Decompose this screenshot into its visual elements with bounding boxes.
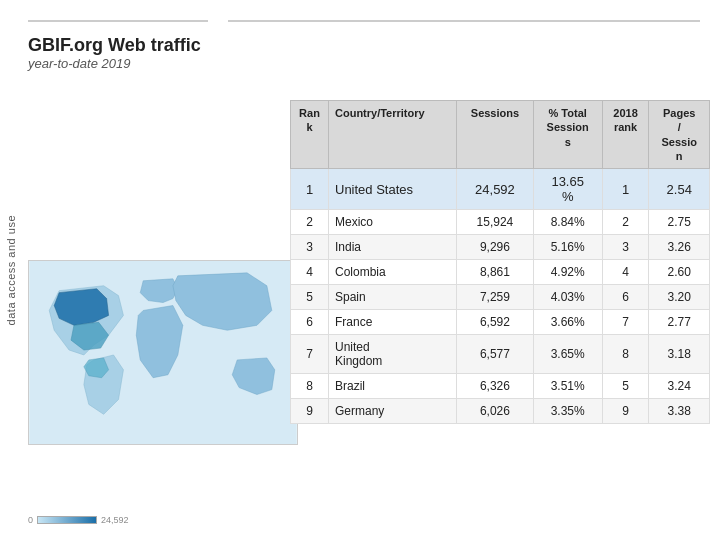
cell-pages-session: 2.60 [649,260,710,285]
cell-pages-session: 3.26 [649,235,710,260]
cell-sessions: 15,924 [457,210,534,235]
cell-rank: 5 [291,285,329,310]
cell-2018-rank: 7 [602,310,649,335]
cell-country: Spain [329,285,457,310]
table-row: 6France6,5923.66%72.77 [291,310,710,335]
cell-country: Brazil [329,374,457,399]
map-legend: 0 24,592 [28,515,129,525]
cell-pages-session: 2.54 [649,169,710,210]
cell-country: Colombia [329,260,457,285]
cell-rank: 2 [291,210,329,235]
col-header-pct-total: % Total Session s [533,101,602,169]
table-header-row: Ran k Country/Territory Sessions % Total… [291,101,710,169]
cell-rank: 7 [291,335,329,374]
col-header-pages-session: Pages / Sessio n [649,101,710,169]
cell-2018-rank: 5 [602,374,649,399]
table-body: 1United States24,59213.65 %12.542Mexico1… [291,169,710,424]
table-row: 3India9,2965.16%33.26 [291,235,710,260]
cell-pct-total: 8.84% [533,210,602,235]
cell-2018-rank: 3 [602,235,649,260]
table-row: 9Germany6,0263.35%93.38 [291,399,710,424]
table-row: 5Spain7,2594.03%63.20 [291,285,710,310]
cell-2018-rank: 1 [602,169,649,210]
cell-pct-total: 5.16% [533,235,602,260]
cell-2018-rank: 8 [602,335,649,374]
cell-2018-rank: 6 [602,285,649,310]
cell-pages-session: 3.38 [649,399,710,424]
cell-sessions: 6,026 [457,399,534,424]
traffic-table: Ran k Country/Territory Sessions % Total… [290,100,710,424]
cell-pages-session: 3.20 [649,285,710,310]
cell-pct-total: 3.35% [533,399,602,424]
cell-sessions: 7,259 [457,285,534,310]
cell-country: France [329,310,457,335]
col-header-rank: Ran k [291,101,329,169]
cell-pct-total: 13.65 % [533,169,602,210]
top-line-right [228,20,700,22]
legend-high: 24,592 [101,515,129,525]
cell-sessions: 6,577 [457,335,534,374]
title-area: GBIF.org Web traffic year-to-date 2019 [28,35,201,71]
cell-pages-session: 2.77 [649,310,710,335]
cell-pct-total: 3.66% [533,310,602,335]
cell-pct-total: 3.65% [533,335,602,374]
legend-low: 0 [28,515,33,525]
cell-2018-rank: 2 [602,210,649,235]
cell-sessions: 24,592 [457,169,534,210]
cell-country: India [329,235,457,260]
cell-rank: 6 [291,310,329,335]
col-header-2018-rank: 2018 rank [602,101,649,169]
vertical-label: data access and use [0,0,22,540]
legend-gradient [37,516,97,524]
cell-sessions: 6,326 [457,374,534,399]
table-row: 4Colombia8,8614.92%42.60 [291,260,710,285]
cell-sessions: 9,296 [457,235,534,260]
cell-pages-session: 3.18 [649,335,710,374]
table-row: 7United Kingdom6,5773.65%83.18 [291,335,710,374]
cell-rank: 3 [291,235,329,260]
cell-2018-rank: 4 [602,260,649,285]
table-row: 2Mexico15,9248.84%22.75 [291,210,710,235]
cell-pages-session: 3.24 [649,374,710,399]
cell-rank: 9 [291,399,329,424]
page-title: GBIF.org Web traffic [28,35,201,56]
cell-rank: 1 [291,169,329,210]
data-table-container: Ran k Country/Territory Sessions % Total… [290,100,710,424]
cell-country: United Kingdom [329,335,457,374]
cell-rank: 4 [291,260,329,285]
cell-rank: 8 [291,374,329,399]
col-header-sessions: Sessions [457,101,534,169]
cell-pct-total: 4.03% [533,285,602,310]
cell-sessions: 8,861 [457,260,534,285]
col-header-country: Country/Territory [329,101,457,169]
table-row: 1United States24,59213.65 %12.54 [291,169,710,210]
cell-country: United States [329,169,457,210]
cell-sessions: 6,592 [457,310,534,335]
cell-2018-rank: 9 [602,399,649,424]
cell-pct-total: 4.92% [533,260,602,285]
table-row: 8Brazil6,3263.51%53.24 [291,374,710,399]
cell-country: Mexico [329,210,457,235]
cell-pages-session: 2.75 [649,210,710,235]
cell-pct-total: 3.51% [533,374,602,399]
top-line-left [28,20,208,22]
world-map [28,260,298,445]
top-decorative-lines [28,20,700,22]
page-subtitle: year-to-date 2019 [28,56,201,71]
map-svg [29,261,297,444]
cell-country: Germany [329,399,457,424]
